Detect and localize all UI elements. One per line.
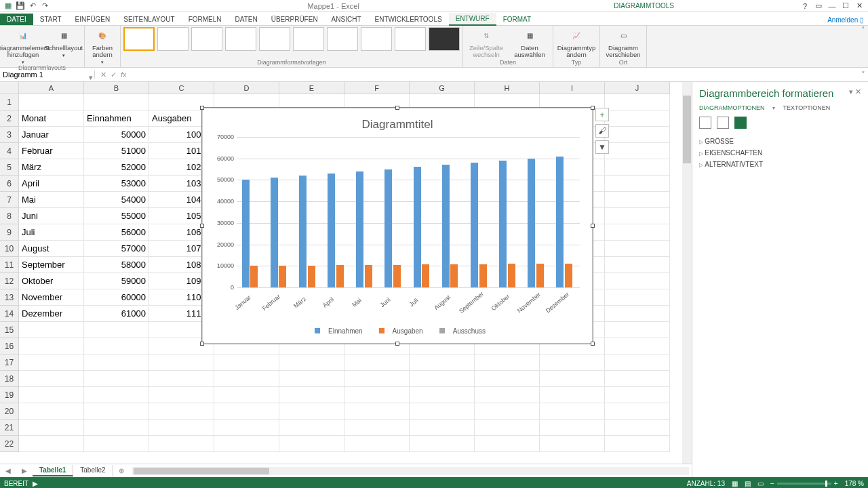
row-header[interactable]: 19 xyxy=(0,387,19,403)
cell[interactable] xyxy=(410,354,475,371)
bar-Einnahmen[interactable] xyxy=(442,165,450,287)
cell[interactable]: August xyxy=(19,241,84,257)
sheet-tab[interactable]: Tabelle2 xyxy=(73,465,113,476)
bar-Ausgaben[interactable] xyxy=(422,264,429,287)
cell[interactable] xyxy=(475,387,540,403)
chart-style-9[interactable] xyxy=(395,27,426,51)
cell[interactable] xyxy=(605,159,670,176)
pane-tabs[interactable]: DIAGRAMMOPTIONEN▼ TEXTOPTIONEN xyxy=(699,104,861,111)
bar-Einnahmen[interactable] xyxy=(499,161,507,287)
sheet-nav-prev-icon[interactable]: ◀ xyxy=(0,467,16,474)
cell[interactable]: 59000 xyxy=(84,273,149,289)
cell[interactable] xyxy=(279,354,344,371)
zoom-slider[interactable]: − + xyxy=(770,480,838,487)
bar-Einnahmen[interactable] xyxy=(242,180,250,287)
cell[interactable]: März xyxy=(19,159,84,176)
worksheet-area[interactable]: ABCDEFGHIJ 12345678910111213141516171819… xyxy=(0,82,692,477)
fill-line-icon[interactable] xyxy=(699,117,711,129)
row-header[interactable]: 14 xyxy=(0,306,19,322)
cell[interactable] xyxy=(19,420,84,436)
cell[interactable] xyxy=(149,371,214,387)
row-header[interactable]: 9 xyxy=(0,224,19,241)
chart-style-7[interactable] xyxy=(327,27,358,51)
cell[interactable] xyxy=(214,436,279,452)
cell[interactable]: 54000 xyxy=(84,192,149,208)
cell[interactable] xyxy=(279,371,344,387)
row-header[interactable]: 8 xyxy=(0,208,19,224)
pane-tab-chart-options[interactable]: DIAGRAMMOPTIONEN xyxy=(699,104,765,111)
cell[interactable]: Juni xyxy=(19,208,84,224)
cell[interactable] xyxy=(605,241,670,257)
row-header[interactable]: 10 xyxy=(0,241,19,257)
cell[interactable] xyxy=(19,436,84,452)
change-chart-type-button[interactable]: 📈Diagrammtyp ändern xyxy=(556,27,597,58)
ribbon-tab-seitenlayout[interactable]: SEITENLAYOUT xyxy=(117,14,181,25)
row-header[interactable]: 18 xyxy=(0,371,19,387)
cell[interactable] xyxy=(410,436,475,452)
view-pagebreak-icon[interactable]: ▭ xyxy=(757,480,764,487)
cell[interactable] xyxy=(19,403,84,420)
move-chart-button[interactable]: ▭Diagramm verschieben xyxy=(603,27,644,58)
column-header[interactable]: I xyxy=(540,82,605,94)
bar-Ausgaben[interactable] xyxy=(393,265,401,287)
zoom-out-icon[interactable]: − xyxy=(770,480,774,487)
ribbon-tab-formeln[interactable]: FORMELN xyxy=(182,14,229,25)
bar-Einnahmen[interactable] xyxy=(414,167,421,287)
column-header[interactable]: F xyxy=(344,82,410,94)
ribbon-ctxtab-format[interactable]: FORMAT xyxy=(496,14,538,25)
chart-style-8[interactable] xyxy=(361,27,392,51)
legend-item[interactable]: Ausgaben xyxy=(374,327,423,335)
cell[interactable] xyxy=(19,322,84,338)
cell[interactable] xyxy=(149,354,214,371)
column-header[interactable]: E xyxy=(279,82,344,94)
cell[interactable]: September xyxy=(19,257,84,273)
cell[interactable] xyxy=(19,338,84,354)
ribbon-tab-überprüfen[interactable]: ÜBERPRÜFEN xyxy=(264,14,325,25)
ribbon-ctxtab-entwurf[interactable]: ENTWURF xyxy=(449,13,496,26)
chart-object[interactable]: Diagrammtitel 01000020000300004000050000… xyxy=(202,108,593,344)
cell[interactable]: Einnahmen xyxy=(84,110,149,127)
file-tab[interactable]: DATEI xyxy=(0,14,33,25)
cell[interactable] xyxy=(605,420,670,436)
effects-icon[interactable] xyxy=(717,117,729,129)
cell[interactable]: 61000 xyxy=(84,306,149,322)
cell[interactable] xyxy=(410,403,475,420)
section-alttext[interactable]: ALTERNATIVTEXT xyxy=(699,159,861,170)
ribbon-tab-ansicht[interactable]: ANSICHT xyxy=(325,14,368,25)
bar-Einnahmen[interactable] xyxy=(556,157,564,287)
cell[interactable] xyxy=(540,387,605,403)
row-header[interactable]: 4 xyxy=(0,143,19,159)
cell[interactable] xyxy=(149,436,214,452)
bar-Ausgaben[interactable] xyxy=(279,266,286,287)
legend-item[interactable]: Ausschuss xyxy=(434,327,486,335)
cell[interactable] xyxy=(19,354,84,371)
cell[interactable] xyxy=(605,143,670,159)
cell[interactable]: 51000 xyxy=(84,143,149,159)
zoom-in-icon[interactable]: + xyxy=(834,480,838,487)
row-header[interactable]: 13 xyxy=(0,289,19,306)
row-header[interactable]: 16 xyxy=(0,338,19,354)
row-header[interactable]: 11 xyxy=(0,257,19,273)
cell[interactable]: 55000 xyxy=(84,208,149,224)
ribbon-tab-einfügen[interactable]: EINFÜGEN xyxy=(68,14,117,25)
cell[interactable] xyxy=(475,403,540,420)
plot-area[interactable]: 010000200003000040000500006000070000 xyxy=(237,137,580,287)
row-header[interactable]: 7 xyxy=(0,192,19,208)
row-header[interactable]: 17 xyxy=(0,354,19,371)
pane-tab-text-options[interactable]: TEXTOPTIONEN xyxy=(783,104,830,111)
bar-Ausgaben[interactable] xyxy=(250,266,258,287)
bar-Ausgaben[interactable] xyxy=(365,265,372,287)
new-sheet-icon[interactable]: ⊕ xyxy=(113,467,130,474)
row-header[interactable]: 15 xyxy=(0,322,19,338)
close-icon[interactable]: ✕ xyxy=(853,1,865,11)
cell[interactable] xyxy=(344,371,410,387)
row-header[interactable]: 12 xyxy=(0,273,19,289)
cell[interactable] xyxy=(605,273,670,289)
ribbon-tab-daten[interactable]: DATEN xyxy=(229,14,264,25)
cell[interactable]: Mai xyxy=(19,192,84,208)
cell[interactable] xyxy=(214,371,279,387)
sign-in-link[interactable]: Anmelden ▯ xyxy=(823,15,868,25)
horizontal-scrollbar[interactable] xyxy=(132,467,689,475)
cell[interactable] xyxy=(605,192,670,208)
bar-Ausgaben[interactable] xyxy=(565,264,572,287)
